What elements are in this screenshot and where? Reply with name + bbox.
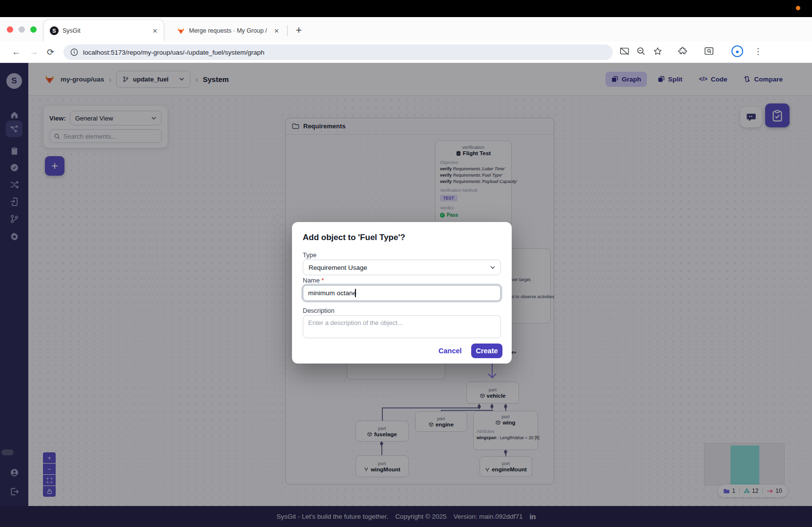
window-minimize-button[interactable] bbox=[19, 26, 25, 33]
type-select-value: Requirement Usage bbox=[309, 264, 367, 271]
cast-off-icon[interactable] bbox=[619, 46, 630, 56]
type-label: Type bbox=[303, 251, 316, 259]
text-cursor bbox=[355, 289, 356, 297]
name-label: Name * bbox=[303, 277, 324, 284]
window-zoom-button[interactable] bbox=[30, 26, 37, 33]
tab-close-icon[interactable]: ✕ bbox=[274, 27, 279, 35]
forward-button[interactable]: → bbox=[29, 47, 38, 57]
description-label: Description bbox=[303, 307, 334, 314]
chevron-down-icon bbox=[490, 266, 495, 269]
browser-tab-merge-requests[interactable]: Merge requests · My Group / ✕ bbox=[172, 21, 284, 40]
add-object-dialog: Add object to 'Fuel Type'? Type Requirem… bbox=[292, 222, 512, 364]
gitlab-favicon bbox=[177, 27, 185, 35]
zoom-icon[interactable] bbox=[636, 46, 646, 56]
tab-title: SysGit bbox=[62, 27, 148, 34]
system-bar bbox=[0, 0, 812, 17]
name-field-wrapper bbox=[303, 285, 501, 301]
browser-menu-icon[interactable]: ⋮ bbox=[754, 46, 762, 57]
type-select[interactable]: Requirement Usage bbox=[303, 260, 501, 275]
back-button[interactable]: ← bbox=[12, 47, 21, 57]
required-asterisk: * bbox=[321, 277, 324, 284]
cancel-button[interactable]: Cancel bbox=[438, 347, 462, 355]
tab-title: Merge requests · My Group / bbox=[189, 27, 270, 34]
description-textarea[interactable] bbox=[303, 315, 501, 338]
dialog-title: Add object to 'Fuel Type'? bbox=[303, 233, 405, 243]
name-input[interactable] bbox=[303, 285, 501, 301]
create-button[interactable]: Create bbox=[471, 344, 502, 358]
address-bar[interactable]: localhost:5173/repo/my-group/uas/-/updat… bbox=[63, 44, 613, 60]
bookmark-star-icon[interactable] bbox=[653, 46, 663, 56]
site-info-icon[interactable] bbox=[70, 48, 78, 56]
tab-search-icon[interactable] bbox=[704, 46, 714, 56]
url-text: localhost:5173/repo/my-group/uas/-/updat… bbox=[83, 49, 264, 56]
sysgit-favicon: S bbox=[50, 26, 59, 35]
tab-divider bbox=[287, 25, 288, 36]
recording-indicator-dot bbox=[796, 6, 800, 10]
browser-tab-sysgit[interactable]: S SysGit ✕ bbox=[44, 20, 164, 41]
extensions-icon[interactable] bbox=[678, 46, 687, 56]
new-tab-button[interactable]: + bbox=[292, 23, 306, 37]
browser-profile-avatar[interactable]: ● bbox=[731, 45, 743, 57]
window-close-button[interactable] bbox=[7, 26, 13, 33]
tab-close-icon[interactable]: ✕ bbox=[152, 27, 158, 35]
refresh-button[interactable]: ⟳ bbox=[47, 47, 54, 58]
